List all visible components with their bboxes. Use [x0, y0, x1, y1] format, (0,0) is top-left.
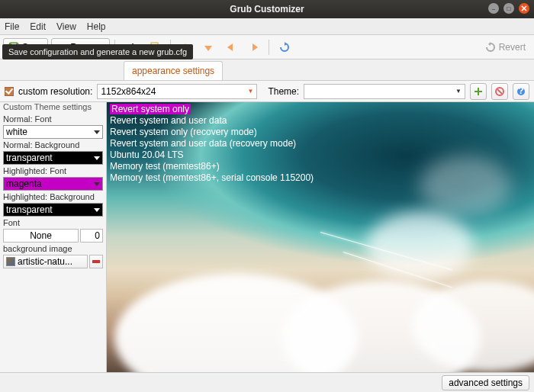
arrow-down-icon — [204, 43, 213, 52]
normal-bg-label: Normal: Background — [3, 140, 103, 149]
theme-help-button[interactable]: ? — [513, 83, 529, 100]
separator — [269, 40, 269, 55]
revert-button[interactable]: Revert — [480, 38, 531, 56]
highlighted-font-label: Highlighted: Font — [3, 166, 103, 175]
arrow-right-icon — [249, 43, 259, 52]
minimize-button[interactable]: – — [488, 3, 499, 14]
highlighted-bg-dropdown[interactable]: transparent — [3, 203, 103, 217]
boot-entry-selected: Revert system only — [110, 104, 191, 114]
normal-font-label: Normal: Font — [3, 114, 103, 124]
menu-edit[interactable]: Edit — [30, 21, 46, 32]
highlighted-bg-label: Highlighted: Background — [3, 192, 103, 201]
menu-help[interactable]: Help — [87, 21, 106, 32]
window-title: Grub Customizer — [230, 4, 304, 14]
theme-label: Theme: — [268, 86, 299, 97]
boot-entry: Memory test (memtest86+) — [110, 161, 220, 172]
chevron-down-icon — [94, 182, 100, 186]
plus-icon — [474, 87, 483, 96]
help-icon: ? — [516, 87, 526, 96]
boot-entry: Memory test (memtest86+, serial console … — [110, 172, 314, 183]
move-down-button[interactable] — [198, 38, 218, 56]
bg-image-remove-button[interactable] — [89, 255, 103, 268]
move-left-button[interactable] — [221, 38, 241, 56]
font-size-field[interactable]: 0 — [80, 229, 103, 243]
theme-remove-button[interactable] — [491, 83, 508, 100]
chevron-down-icon — [94, 156, 100, 160]
bg-image-label: background image — [3, 244, 103, 253]
resolution-row: custom resolution: 1152x864x24 ▼ Theme: … — [0, 81, 534, 102]
chevron-down-icon: ▼ — [247, 88, 253, 95]
close-button[interactable] — [519, 3, 529, 14]
highlighted-font-dropdown[interactable]: magenta — [3, 177, 103, 191]
sidebar-group-title: Custom Theme settings — [3, 102, 103, 111]
svg-text:?: ? — [518, 87, 523, 96]
chevron-down-icon — [94, 208, 100, 212]
chevron-down-icon — [94, 130, 100, 134]
tab-appearance[interactable]: appearance settings — [124, 61, 223, 80]
tooltip: Save configuration and generate a new gr… — [2, 44, 193, 59]
boot-entry: Revert system and user data (recovery mo… — [110, 138, 296, 149]
close-icon — [521, 5, 527, 11]
boot-entry: Revert system only (recovery mode) — [110, 127, 257, 137]
move-right-button[interactable] — [244, 38, 264, 56]
thumbnail-icon — [6, 257, 15, 266]
cancel-icon — [495, 87, 504, 96]
minus-icon — [92, 260, 100, 263]
chevron-down-icon: ▼ — [455, 88, 462, 95]
boot-menu-preview: Revert system only Revert system and use… — [110, 104, 314, 184]
maximize-button[interactable]: □ — [503, 3, 514, 14]
font-label: Font — [3, 218, 103, 227]
custom-resolution-label: custom resolution: — [18, 86, 92, 97]
bg-image-picker[interactable]: artistic-natu... — [3, 255, 88, 268]
svg-rect-9 — [92, 260, 100, 263]
menu-bar: File Edit View Help — [0, 18, 534, 35]
preview-pane: Revert system only Revert system and use… — [107, 102, 534, 372]
footer: advanced settings — [0, 372, 534, 392]
boot-entry: Revert system and user data — [110, 115, 227, 126]
reload-button[interactable] — [274, 38, 295, 56]
sidebar: Custom Theme settings Normal: Font white… — [0, 102, 107, 372]
menu-view[interactable]: View — [56, 21, 76, 32]
normal-font-dropdown[interactable]: white — [3, 125, 103, 139]
theme-combobox[interactable]: ▼ — [304, 84, 465, 99]
title-bar: Grub Customizer – □ — [0, 0, 534, 18]
theme-add-button[interactable] — [470, 83, 487, 100]
reload-icon — [279, 42, 290, 53]
arrow-left-icon — [227, 43, 236, 52]
custom-resolution-checkbox[interactable] — [5, 87, 14, 96]
revert-icon — [485, 42, 496, 53]
tab-strip: appearance settings — [0, 59, 534, 81]
normal-bg-dropdown[interactable]: transparent — [3, 151, 103, 165]
font-name-field[interactable]: None — [3, 229, 79, 243]
menu-file[interactable]: File — [5, 21, 19, 32]
boot-entry: Ubuntu 20.04 LTS — [110, 149, 184, 160]
advanced-settings-button[interactable]: advanced settings — [442, 375, 529, 390]
resolution-combobox[interactable]: 1152x864x24 ▼ — [97, 84, 257, 99]
